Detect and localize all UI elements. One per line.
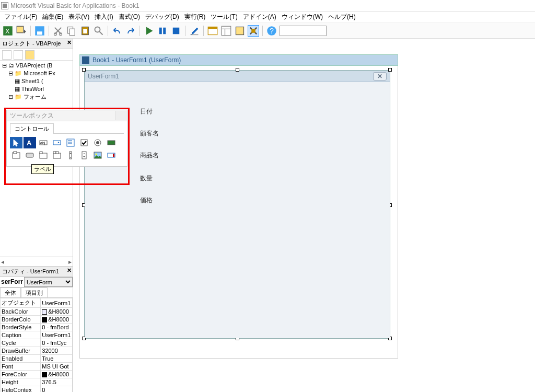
menu-insert[interactable]: 挿入(I) bbox=[92, 11, 115, 22]
menu-window[interactable]: ウィンドウ(W) bbox=[280, 11, 325, 22]
userform[interactable]: UserForm1 ✕ 日付 顧客名 商品名 数量 価格 bbox=[84, 70, 390, 339]
tree-forms-folder[interactable]: ⊟ 📁 フォーム bbox=[2, 93, 73, 101]
tree-thisworkbook[interactable]: ▦ ThisWorl bbox=[2, 85, 73, 93]
menubar: ファイル(F) 編集(E) 表示(V) 挿入(I) 書式(O) デバッグ(D) … bbox=[0, 11, 535, 23]
prop-row: BackColor&H8000 bbox=[1, 308, 73, 316]
tool-spinbutton-icon[interactable] bbox=[78, 149, 90, 161]
svg-text:ab|: ab| bbox=[40, 141, 45, 145]
copy-icon[interactable] bbox=[66, 25, 77, 37]
tool-combobox-icon[interactable] bbox=[51, 137, 63, 148]
svg-rect-25 bbox=[53, 141, 61, 145]
menu-file[interactable]: ファイル(F) bbox=[2, 11, 39, 22]
menu-run[interactable]: 実行(R) bbox=[182, 11, 208, 22]
label-product[interactable]: 商品名 bbox=[140, 151, 159, 160]
project-explorer-icon[interactable] bbox=[207, 25, 218, 37]
tool-togglebutton-icon[interactable] bbox=[105, 137, 118, 148]
tool-frame-icon[interactable] bbox=[10, 149, 22, 161]
reset-icon[interactable] bbox=[170, 25, 182, 37]
tool-optionbutton-icon[interactable] bbox=[91, 137, 104, 148]
menu-tools[interactable]: ツール(T) bbox=[208, 11, 239, 22]
app-titlebar: Microsoft Visual Basic for Applications … bbox=[0, 0, 535, 11]
prop-row: BorderStyle0 - fmBord bbox=[1, 324, 73, 331]
prop-row: Cycle0 - fmCyc bbox=[1, 339, 73, 347]
svg-rect-40 bbox=[82, 152, 86, 159]
toolbox-window[interactable]: ツールボックス コントロール A ab| bbox=[6, 110, 127, 167]
project-explorer-title: ロジェクト - VBAProje ✕ bbox=[0, 39, 73, 49]
svg-point-29 bbox=[96, 141, 99, 144]
label-price[interactable]: 価格 bbox=[140, 196, 153, 205]
view-excel-icon[interactable]: X bbox=[2, 25, 14, 37]
find-icon[interactable] bbox=[93, 25, 104, 37]
view-code-icon[interactable] bbox=[2, 50, 11, 60]
project-tree-scrollbar[interactable]: ◂▸ bbox=[0, 257, 73, 266]
tree-excel-objects[interactable]: ⊟ 📁 Microsoft Ex bbox=[2, 70, 73, 77]
label-customer[interactable]: 顧客名 bbox=[140, 129, 159, 138]
redo-icon[interactable] bbox=[125, 25, 136, 37]
project-explorer-close-icon[interactable]: ✕ bbox=[67, 39, 72, 46]
userform-selection[interactable]: UserForm1 ✕ 日付 顧客名 商品名 数量 価格 bbox=[84, 70, 393, 339]
cut-icon[interactable] bbox=[52, 25, 64, 37]
tool-tabstrip-icon[interactable] bbox=[37, 149, 50, 161]
svg-rect-30 bbox=[108, 141, 115, 145]
menu-format[interactable]: 書式(O) bbox=[117, 11, 142, 22]
menu-edit[interactable]: 編集(E) bbox=[40, 11, 65, 22]
tool-listbox-icon[interactable] bbox=[64, 137, 77, 148]
break-icon[interactable] bbox=[157, 25, 168, 37]
svg-rect-35 bbox=[40, 152, 42, 154]
userform-close-icon[interactable]: ✕ bbox=[373, 72, 387, 80]
tool-label-icon[interactable]: A bbox=[24, 137, 36, 148]
properties-close-icon[interactable]: ✕ bbox=[67, 267, 72, 274]
tool-multipage-icon[interactable] bbox=[51, 149, 63, 161]
svg-rect-19 bbox=[251, 29, 255, 33]
tool-image-icon[interactable] bbox=[91, 149, 104, 161]
toolbox-icon[interactable] bbox=[248, 25, 259, 37]
tool-scrollbar-icon[interactable] bbox=[64, 149, 77, 161]
properties-tab-all[interactable]: 全体 bbox=[0, 287, 21, 297]
toolbox-close-icon[interactable] bbox=[115, 111, 127, 120]
run-icon[interactable] bbox=[143, 25, 155, 37]
tool-checkbox-icon[interactable] bbox=[78, 137, 90, 148]
design-mode-icon[interactable] bbox=[189, 25, 200, 37]
properties-window-icon[interactable] bbox=[220, 25, 232, 37]
tool-refedit-icon[interactable] bbox=[105, 149, 118, 161]
userform-canvas[interactable]: 日付 顧客名 商品名 数量 価格 bbox=[85, 82, 390, 338]
prop-row: HelpContex0 bbox=[1, 386, 73, 392]
toggle-folders-icon[interactable] bbox=[25, 50, 34, 60]
tree-sheet1[interactable]: ▦ Sheet1 ( bbox=[2, 77, 73, 85]
menu-debug[interactable]: デバッグ(D) bbox=[143, 11, 181, 22]
help-icon[interactable]: ? bbox=[266, 25, 277, 37]
svg-rect-38 bbox=[56, 152, 59, 154]
prop-row: BorderColo&H8000 bbox=[1, 316, 73, 324]
tool-commandbutton-icon[interactable] bbox=[24, 149, 36, 161]
svg-rect-26 bbox=[67, 139, 74, 146]
undo-icon[interactable] bbox=[111, 25, 123, 37]
svg-rect-32 bbox=[14, 152, 17, 154]
menu-view[interactable]: 表示(V) bbox=[66, 11, 91, 22]
menu-addin[interactable]: アドイン(A) bbox=[241, 11, 278, 22]
paste-icon[interactable] bbox=[79, 25, 91, 37]
designer-titlebar[interactable]: Book1 - UserForm1 (UserForm) bbox=[79, 54, 398, 66]
label-quantity[interactable]: 数量 bbox=[140, 174, 153, 183]
properties-label: コパティ - UserForm1 bbox=[2, 268, 59, 275]
svg-text:A: A bbox=[27, 139, 32, 147]
toolbox-tab-controls[interactable]: コントロール bbox=[10, 123, 54, 134]
properties-grid[interactable]: オブジェクトUserForm1 BackColor&H8000 BorderCo… bbox=[0, 298, 73, 392]
object-browser-icon[interactable] bbox=[234, 25, 246, 37]
tool-select-icon[interactable] bbox=[10, 137, 22, 148]
tool-textbox-icon[interactable]: ab| bbox=[37, 137, 50, 148]
mdi-area: Book1 - UserForm1 (UserForm) UserForm1 bbox=[73, 39, 535, 392]
label-date[interactable]: 日付 bbox=[140, 107, 153, 116]
tree-root[interactable]: ⊟ 🗂 VBAProject (B bbox=[2, 62, 73, 70]
toolbox-titlebar[interactable]: ツールボックス bbox=[6, 110, 127, 121]
menu-help[interactable]: ヘルプ(H) bbox=[326, 11, 358, 22]
view-object-icon[interactable] bbox=[14, 50, 23, 60]
insert-dropdown-icon[interactable] bbox=[16, 25, 27, 37]
svg-rect-33 bbox=[26, 153, 33, 157]
project-tree[interactable]: ⊟ 🗂 VBAProject (B ⊟ 📁 Microsoft Ex ▦ She… bbox=[0, 61, 73, 110]
svg-rect-14 bbox=[173, 27, 180, 34]
save-icon[interactable] bbox=[34, 25, 45, 37]
properties-tab-categorized[interactable]: 項目別 bbox=[21, 287, 48, 297]
properties-object-select[interactable]: UserForm bbox=[24, 277, 73, 287]
svg-rect-44 bbox=[113, 154, 114, 157]
procedure-combo[interactable] bbox=[280, 26, 327, 36]
